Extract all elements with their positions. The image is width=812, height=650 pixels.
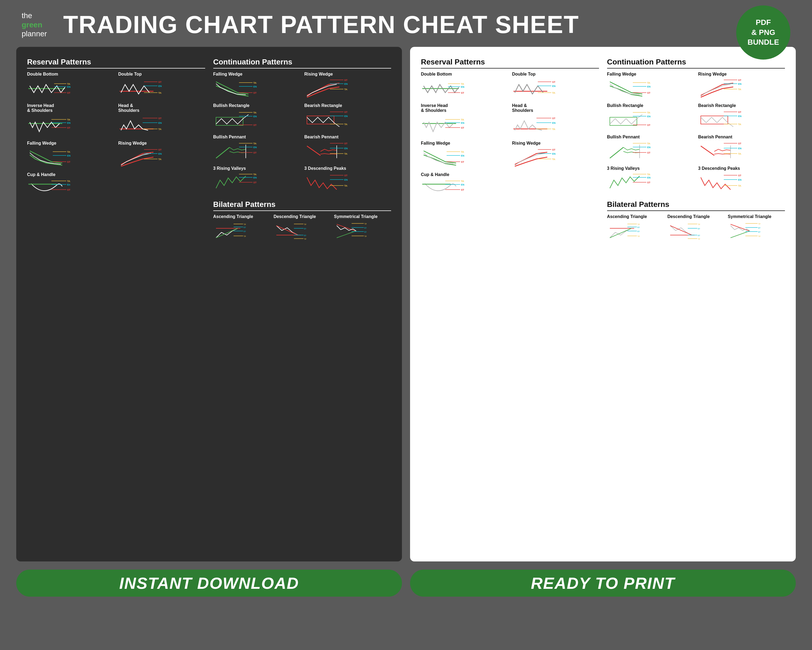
svg-text:STOP: STOP <box>738 111 741 113</box>
svg-text:STOP: STOP <box>67 92 70 94</box>
svg-text:TARGET: TARGET <box>738 88 741 91</box>
pattern-desc-tri-light: Descending Triangle TARGET ENTRY <box>667 214 725 243</box>
svg-text:ENTRY: ENTRY <box>461 122 464 124</box>
svg-text:ENTRY: ENTRY <box>647 176 650 179</box>
svg-text:STOP: STOP <box>253 181 256 184</box>
svg-text:ENTRY: ENTRY <box>461 184 464 186</box>
svg-text:STOP: STOP <box>344 111 348 113</box>
svg-text:ENTRY: ENTRY <box>647 115 650 118</box>
svg-text:TARGET: TARGET <box>158 92 162 94</box>
dark-reversal-section: Reserval Patterns Double Bottom TARGET E… <box>27 58 205 551</box>
download-button[interactable]: INSTANT DOWNLOAD <box>16 570 402 596</box>
print-button[interactable]: READY TO PRINT <box>410 570 796 596</box>
svg-text:TARGET: TARGET <box>67 180 70 182</box>
svg-text:TARGET: TARGET <box>461 83 464 85</box>
pattern-rising-wedge-cont-dark: Rising Wedge STOP ENTRY TARGET <box>304 72 391 101</box>
bullish-pennant-chart-dark: TARGET ENTRY STOP <box>213 141 256 162</box>
svg-text:STOP: STOP <box>738 142 741 145</box>
svg-text:TARGET: TARGET <box>552 158 556 161</box>
svg-text:STOP: STOP <box>67 161 70 163</box>
rising-wedge-rev-chart-light: STOP ENTRY TARGET <box>512 147 556 168</box>
svg-text:TARGET: TARGET <box>698 238 700 240</box>
svg-text:ENTRY: ENTRY <box>552 153 556 155</box>
bearish-rect-chart-dark: STOP ENTRY TARGET <box>304 109 348 131</box>
svg-text:Entry: Entry <box>67 184 70 186</box>
bearish-pennant-chart-light: STOP ENTRY TARGET <box>698 141 741 162</box>
3-descending-chart-light: STOP ENTRY TARGET <box>698 172 741 194</box>
pattern-asc-tri-light: Ascending Triangle TARGET ENTRY <box>607 214 664 243</box>
svg-text:ENTRY: ENTRY <box>738 179 741 181</box>
svg-text:ENTRY: ENTRY <box>158 85 162 87</box>
pattern-bullish-rect-light: Bullish Rectangle TARGET ENTRY STOP <box>607 103 694 132</box>
bullish-rect-chart-light: TARGET ENTRY STOP <box>607 109 650 131</box>
bearish-rect-chart-light: STOP ENTRY TARGET <box>698 109 741 131</box>
pattern-bearish-rect-light: Bearish Rectangle STOP ENTRY TARGET <box>698 103 785 132</box>
svg-text:STOP: STOP <box>67 188 70 191</box>
light-reversal-title: Reserval Patterns <box>421 58 599 69</box>
svg-text:ENTRY: ENTRY <box>304 234 306 237</box>
pattern-cup-handle-light: Cup & Handle TARGET ENTRY STOP <box>421 172 508 201</box>
svg-text:STOP: STOP <box>344 142 348 145</box>
pattern-inv-hs-dark: Inverse Head& Shoulders TARGET ENTRY STO… <box>27 103 114 138</box>
svg-text:STOP: STOP <box>738 174 741 177</box>
hs-chart-light: STOP ENTRY TARGET <box>512 114 556 137</box>
svg-text:STOP: STOP <box>461 161 464 163</box>
svg-text:TARGET: TARGET <box>647 142 650 145</box>
svg-text:TARGET: TARGET <box>253 173 256 176</box>
pattern-bullish-rect-dark: Bullish Rectangle TARGET ENTRY STOP <box>213 103 300 132</box>
rising-wedge-cont-chart-light: STOP ENTRY TARGET <box>698 78 741 99</box>
svg-text:TARGET: TARGET <box>758 235 760 237</box>
svg-line-73 <box>216 147 229 158</box>
svg-text:ENTRY: ENTRY <box>647 85 650 88</box>
svg-text:STOP: STOP <box>461 127 464 129</box>
svg-text:ENTRY: ENTRY <box>698 228 700 230</box>
svg-text:TARGET: TARGET <box>552 92 556 94</box>
pdf-badge: PDF & PNG BUNDLE <box>736 5 791 60</box>
svg-line-112 <box>276 226 298 235</box>
svg-text:ENTRY: ENTRY <box>253 85 256 88</box>
desc-tri-chart-dark: TARGET ENTRY ENTRY TARGET <box>274 220 306 242</box>
3-descending-chart-dark: STOP ENTRY TARGET <box>304 172 348 194</box>
falling-wedge-cont-chart-dark: TARGET ENTRY STOP <box>213 78 256 99</box>
svg-line-81 <box>307 146 321 156</box>
svg-text:TARGET: TARGET <box>253 111 256 114</box>
pattern-sym-tri-light: Symmetrical Triangle TARGET ENTRY <box>728 214 785 243</box>
svg-text:TARGET: TARGET <box>158 128 162 130</box>
3-rising-chart-dark: TARGET ENTRY STOP <box>213 172 256 194</box>
pattern-bearish-rect-dark: Bearish Rectangle STOP ENTRY TARGET <box>304 103 391 132</box>
dark-sheet: Reserval Patterns Double Bottom TARGET E… <box>16 47 402 561</box>
svg-text:STOP: STOP <box>158 117 162 120</box>
light-continuation-title: Continuation Patterns <box>607 58 785 69</box>
svg-text:STOP: STOP <box>158 81 162 83</box>
svg-text:TARGET: TARGET <box>738 153 741 155</box>
dark-continuation-title: Continuation Patterns <box>213 58 391 69</box>
inv-hs-chart-dark: TARGET ENTRY STOP <box>27 114 70 137</box>
svg-text:ENTRY: ENTRY <box>304 228 306 230</box>
svg-text:TARGET: TARGET <box>344 184 348 187</box>
pattern-inv-hs-light: Inverse Head& Shoulders TARGET ENTRY STO… <box>421 103 508 138</box>
bottom-buttons: INSTANT DOWNLOAD READY TO PRINT <box>0 561 812 605</box>
svg-text:TARGET: TARGET <box>244 223 246 226</box>
falling-wedge-cont-chart-light: TARGET ENTRY STOP <box>607 78 650 99</box>
svg-text:TARGET: TARGET <box>461 118 464 121</box>
svg-text:STOP: STOP <box>253 92 256 94</box>
svg-text:ENTRY: ENTRY <box>647 146 650 149</box>
svg-text:TARGET: TARGET <box>698 223 700 226</box>
svg-text:ENTRY: ENTRY <box>364 227 366 229</box>
download-label: INSTANT DOWNLOAD <box>119 574 299 593</box>
light-bilateral-section: Bilateral Patterns Ascending Triangle <box>607 200 785 243</box>
pattern-double-top-dark: Double Top STOP ENTRY TARGET <box>118 72 205 101</box>
svg-line-122 <box>337 231 356 238</box>
logo-line3: planner <box>21 29 47 38</box>
svg-text:TARGET: TARGET <box>344 123 348 126</box>
pattern-sym-tri-dark: Symmetrical Triangle TARGET ENTRY <box>334 214 391 243</box>
double-bottom-chart-dark: TARGET ENTRY STOP <box>27 78 70 99</box>
svg-text:STOP: STOP <box>738 79 741 81</box>
light-bilateral-title: Bilateral Patterns <box>607 200 785 211</box>
svg-text:ENTRY: ENTRY <box>698 234 700 237</box>
svg-text:TARGET: TARGET <box>647 81 650 84</box>
svg-text:TARGET: TARGET <box>158 158 162 161</box>
svg-text:ENTRY: ENTRY <box>344 115 348 118</box>
svg-text:STOP: STOP <box>461 92 464 94</box>
double-bottom-chart-light: TARGET ENTRY STOP <box>421 78 464 99</box>
